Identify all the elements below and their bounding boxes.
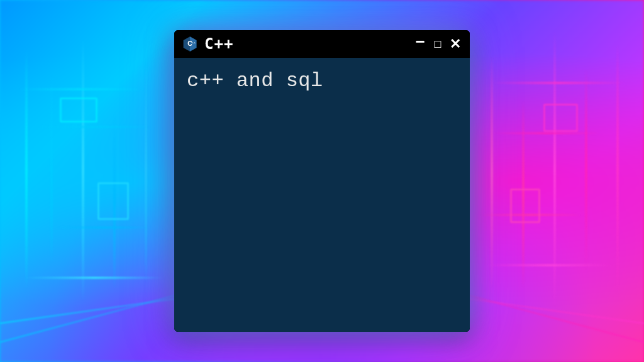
titlebar[interactable]: C + + C++ − □ ✕	[174, 30, 470, 58]
minimize-button[interactable]: −	[413, 33, 427, 50]
window-title: C++	[204, 35, 407, 53]
terminal-output: c++ and sql	[187, 69, 457, 92]
maximize-button[interactable]: □	[431, 38, 445, 50]
cpp-logo-icon: C + +	[182, 36, 198, 52]
svg-text:C: C	[187, 40, 192, 47]
terminal-window: C + + C++ − □ ✕ c++ and sql	[174, 30, 470, 332]
terminal-body[interactable]: c++ and sql	[174, 58, 470, 332]
window-controls: − □ ✕	[413, 36, 462, 52]
close-button[interactable]: ✕	[448, 37, 462, 51]
